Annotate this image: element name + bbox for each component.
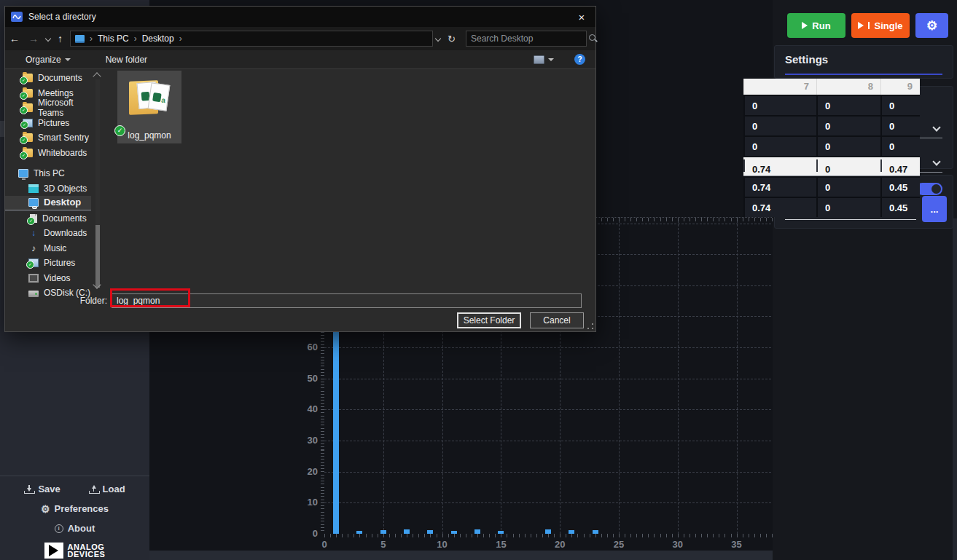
run-button[interactable]: Run — [787, 13, 845, 38]
gridline — [678, 217, 679, 534]
music-icon: ♪ — [28, 244, 39, 253]
sidebar-scrollbar-thumb[interactable] — [95, 225, 100, 288]
organize-button[interactable]: Organize — [26, 55, 71, 65]
pictures-icon — [28, 259, 39, 267]
log-toggle[interactable] — [916, 183, 942, 195]
sidebar-item-downloads[interactable]: ↓Downloads — [5, 226, 91, 240]
address-dropdown-chevron-icon[interactable] — [435, 36, 441, 42]
table-row[interactable]: 000 — [743, 115, 920, 135]
sidebar-item-this-pc[interactable]: This PC — [5, 166, 91, 181]
single-button[interactable]: Single — [851, 13, 910, 38]
table-row[interactable]: 000 — [743, 135, 920, 156]
gear-icon: ⚙ — [41, 504, 50, 514]
table-cell[interactable]: 0 — [816, 117, 880, 135]
table-column-header: 8 — [816, 79, 880, 95]
sidebar-item-3d-objects[interactable]: 3D Objects — [5, 181, 91, 196]
harmonic-bar — [427, 530, 433, 534]
select-folder-button[interactable]: Select Folder — [457, 312, 521, 328]
load-icon — [89, 485, 98, 494]
resize-grip[interactable] — [587, 323, 594, 330]
table-cell[interactable]: 0 — [816, 96, 880, 115]
settings-scrollbar[interactable] — [953, 218, 957, 560]
shared-folder-icon: aa — [128, 75, 171, 120]
table-cell[interactable]: 0 — [743, 117, 816, 135]
y-axis-label: 10 — [299, 497, 318, 508]
breadcrumb[interactable]: ›This PC›Desktop› — [70, 31, 433, 47]
sidebar-item-microsoft-teams[interactable]: Microsoft Teams — [5, 100, 91, 115]
table-cell[interactable]: 0 — [816, 198, 880, 217]
save-icon — [24, 485, 34, 494]
x-axis-label: 20 — [550, 539, 570, 550]
table-cell[interactable]: 0 — [743, 137, 816, 156]
new-folder-button[interactable]: New folder — [106, 55, 147, 65]
up-button[interactable]: ↑ — [53, 33, 67, 44]
settings-gear-button[interactable]: ⚙ — [915, 13, 948, 38]
table-cell[interactable]: 0.74 — [743, 178, 816, 197]
breadcrumb-item[interactable]: Desktop — [142, 33, 174, 44]
table-cell[interactable]: 0 — [880, 117, 920, 135]
search-input[interactable] — [466, 33, 588, 44]
browse-log-directory-button[interactable]: ... — [922, 196, 947, 222]
sidebar-item-desktop[interactable]: Desktop — [5, 196, 91, 210]
sidebar-item-pictures[interactable]: Pictures — [5, 256, 91, 270]
sidebar-item-label: Videos — [44, 273, 70, 283]
table-cell[interactable]: 0.74 — [743, 198, 816, 217]
harmonic-bar — [498, 531, 504, 534]
sidebar-item-label: Smart Sentry — [38, 133, 89, 143]
sidebar-item-documents[interactable]: Documents — [5, 211, 91, 226]
table-cell[interactable]: 0.45 — [880, 198, 920, 217]
pictures-folder-icon — [23, 119, 33, 127]
forward-button[interactable]: → — [24, 33, 43, 44]
adi-triangle-icon — [44, 543, 63, 559]
chevron-down-icon — [932, 123, 940, 131]
annotation-highlight-box — [110, 288, 190, 307]
view-mode-icon — [534, 55, 544, 64]
save-button[interactable]: Save — [24, 484, 60, 494]
table-cell[interactable]: 0 — [880, 137, 920, 156]
view-mode-button[interactable] — [534, 55, 554, 64]
close-icon[interactable]: × — [575, 10, 588, 23]
table-cell[interactable]: 0 — [816, 137, 880, 156]
cancel-button[interactable]: Cancel — [530, 312, 584, 328]
info-icon: i — [55, 524, 63, 533]
sidebar-item-documents[interactable]: Documents — [5, 71, 91, 85]
y-axis-label: 30 — [299, 435, 318, 446]
step-icon — [858, 22, 864, 29]
harmonic-bar — [451, 531, 457, 534]
recent-locations-chevron-icon[interactable] — [45, 36, 51, 42]
table-row[interactable]: 0.7400.47 — [743, 156, 920, 176]
folder-label: Folder: — [5, 296, 112, 306]
sidebar-item-whiteboards[interactable]: Whiteboards — [5, 146, 91, 160]
load-button[interactable]: Load — [89, 484, 125, 494]
table-cell[interactable]: 0 — [816, 159, 880, 172]
table-row[interactable]: 0.7400.45 — [743, 176, 920, 197]
sidebar-item-label: Documents — [38, 73, 82, 83]
table-row[interactable]: 000 — [743, 95, 920, 115]
sidebar-item-videos[interactable]: Videos — [5, 271, 91, 285]
table-cell[interactable]: 0 — [880, 96, 920, 115]
about-button[interactable]: i About — [55, 523, 95, 534]
folder-name-row: Folder: — [5, 291, 595, 311]
table-row[interactable]: 0.7400.45 — [743, 197, 920, 217]
settings-title: Settings — [775, 46, 953, 66]
back-button[interactable]: ← — [5, 33, 24, 44]
analog-devices-logo: ANALOG DEVICES — [0, 543, 149, 559]
sidebar-item-smart-sentry[interactable]: Smart Sentry — [5, 130, 91, 145]
downloads-icon: ↓ — [28, 229, 39, 237]
file-item-log_pqmon[interactable]: aa✓log_pqmon — [117, 71, 181, 143]
table-cell[interactable]: 0 — [816, 178, 880, 197]
help-button[interactable]: ? — [574, 54, 585, 65]
preferences-label: Preferences — [55, 503, 109, 514]
dialog-sidebar: DocumentsMeetingsMicrosoft TeamsPictures… — [5, 69, 100, 288]
breadcrumb-item[interactable]: This PC — [98, 33, 129, 44]
sidebar-item-pictures[interactable]: Pictures — [5, 116, 91, 130]
table-cell[interactable]: 0.47 — [880, 159, 920, 172]
table-cell[interactable]: 0.74 — [743, 159, 816, 172]
sidebar-item-label: Pictures — [44, 258, 75, 268]
preferences-button[interactable]: ⚙ Preferences — [41, 503, 109, 514]
sidebar-item-music[interactable]: ♪Music — [5, 241, 91, 256]
table-cell[interactable]: 0 — [743, 96, 816, 115]
new-folder-label: New folder — [106, 55, 147, 65]
refresh-icon[interactable]: ↻ — [443, 33, 460, 44]
table-cell[interactable]: 0.45 — [880, 178, 920, 197]
